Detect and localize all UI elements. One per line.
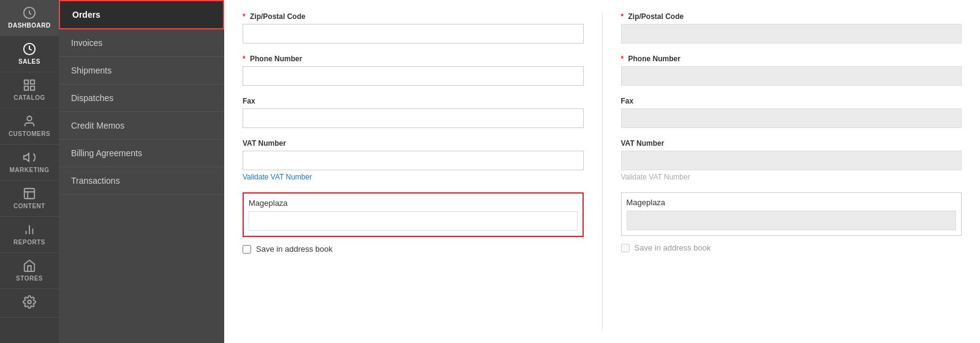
sidebar-item-stores[interactable]: STORES bbox=[0, 253, 59, 289]
submenu-item-billing-agreements[interactable]: Billing Agreements bbox=[59, 140, 224, 167]
submenu-item-orders[interactable]: Orders bbox=[59, 0, 224, 29]
left-save-address-label: Save in address book bbox=[256, 244, 333, 254]
left-zip-input[interactable] bbox=[243, 24, 584, 43]
left-fax-label: Fax bbox=[243, 97, 584, 105]
left-phone-input[interactable] bbox=[243, 66, 584, 86]
left-phone-group: * Phone Number bbox=[243, 55, 584, 86]
sidebar-customers-label: CUSTOMERS bbox=[9, 130, 50, 138]
sidebar-item-system[interactable] bbox=[0, 289, 59, 318]
submenu-item-shipments[interactable]: Shipments bbox=[59, 57, 224, 85]
right-zip-label: * Zip/Postal Code bbox=[621, 12, 962, 21]
left-fax-input[interactable] bbox=[243, 108, 584, 128]
right-fax-input[interactable] bbox=[621, 108, 962, 128]
right-mageplaza-input[interactable] bbox=[627, 211, 957, 230]
sidebar-reports-label: REPORTS bbox=[13, 239, 45, 246]
right-validate-vat-link[interactable]: Validate VAT Number bbox=[621, 173, 690, 181]
right-mageplaza-label: Mageplaza bbox=[627, 198, 957, 207]
right-save-address-label: Save in address book bbox=[635, 243, 711, 252]
left-fax-group: Fax bbox=[243, 97, 584, 128]
left-mageplaza-section: Mageplaza bbox=[243, 192, 584, 237]
left-form-column: * Zip/Postal Code * Phone Number Fax VAT… bbox=[243, 12, 584, 331]
left-phone-label: * Phone Number bbox=[243, 55, 584, 63]
column-divider bbox=[602, 12, 603, 331]
left-save-address-checkbox[interactable] bbox=[243, 245, 251, 254]
right-save-address-row: Save in address book bbox=[621, 243, 962, 252]
svg-rect-5 bbox=[31, 86, 34, 90]
right-vat-input[interactable] bbox=[621, 151, 962, 170]
right-zip-input[interactable] bbox=[621, 24, 962, 43]
submenu-item-dispatches[interactable]: Dispatches bbox=[59, 85, 224, 112]
sidebar-sales-label: SALES bbox=[18, 58, 40, 66]
submenu: Orders Invoices Shipments Dispatches Cre… bbox=[59, 0, 224, 343]
left-vat-input[interactable] bbox=[243, 151, 584, 170]
right-fax-label: Fax bbox=[621, 97, 962, 105]
submenu-item-transactions[interactable]: Transactions bbox=[59, 167, 224, 195]
right-vat-group: VAT Number Validate VAT Number bbox=[621, 139, 962, 181]
right-fax-group: Fax bbox=[621, 97, 962, 128]
sidebar-item-marketing[interactable]: MARKETING bbox=[0, 145, 59, 181]
svg-point-12 bbox=[28, 300, 31, 304]
svg-rect-8 bbox=[24, 189, 35, 199]
right-phone-input[interactable] bbox=[621, 66, 962, 86]
svg-marker-7 bbox=[24, 154, 29, 162]
right-form-column: * Zip/Postal Code * Phone Number Fax VAT… bbox=[621, 12, 962, 331]
svg-rect-3 bbox=[31, 80, 34, 84]
left-mageplaza-input[interactable] bbox=[249, 211, 578, 231]
right-mageplaza-section: Mageplaza bbox=[621, 192, 962, 236]
left-vat-group: VAT Number Validate VAT Number bbox=[243, 139, 584, 181]
sidebar-item-content[interactable]: CONTENT bbox=[0, 181, 59, 217]
left-vat-label: VAT Number bbox=[243, 139, 584, 148]
sidebar: DASHBOARD SALES CATALOG CUSTOMERS MARKET… bbox=[0, 0, 59, 343]
sidebar-catalog-label: CATALOG bbox=[13, 94, 45, 102]
left-mageplaza-label: Mageplaza bbox=[249, 198, 578, 208]
submenu-item-credit-memos[interactable]: Credit Memos bbox=[59, 112, 224, 140]
sidebar-stores-label: STORES bbox=[16, 275, 43, 282]
sidebar-item-sales[interactable]: SALES bbox=[0, 36, 59, 72]
left-zip-label: * Zip/Postal Code bbox=[243, 12, 584, 21]
svg-rect-2 bbox=[24, 80, 28, 84]
left-save-address-row: Save in address book bbox=[243, 244, 584, 254]
svg-point-6 bbox=[27, 116, 31, 121]
left-zip-group: * Zip/Postal Code bbox=[243, 12, 584, 43]
right-phone-group: * Phone Number bbox=[621, 55, 962, 86]
right-zip-group: * Zip/Postal Code bbox=[621, 12, 962, 43]
right-phone-label: * Phone Number bbox=[621, 55, 962, 63]
sidebar-marketing-label: MARKETING bbox=[9, 167, 49, 174]
main-content: * Zip/Postal Code * Phone Number Fax VAT… bbox=[224, 0, 980, 343]
sidebar-item-reports[interactable]: REPORTS bbox=[0, 217, 59, 253]
sidebar-item-customers[interactable]: CUSTOMERS bbox=[0, 108, 59, 145]
svg-rect-4 bbox=[24, 86, 28, 90]
sidebar-item-catalog[interactable]: CATALOG bbox=[0, 72, 59, 108]
sidebar-content-label: CONTENT bbox=[13, 203, 45, 210]
right-save-address-checkbox[interactable] bbox=[621, 244, 630, 252]
submenu-item-invoices[interactable]: Invoices bbox=[59, 29, 224, 57]
left-validate-vat-link[interactable]: Validate VAT Number bbox=[243, 173, 312, 181]
sidebar-item-dashboard[interactable]: DASHBOARD bbox=[0, 0, 59, 36]
sidebar-dashboard-label: DASHBOARD bbox=[8, 22, 51, 29]
right-vat-label: VAT Number bbox=[621, 139, 962, 148]
